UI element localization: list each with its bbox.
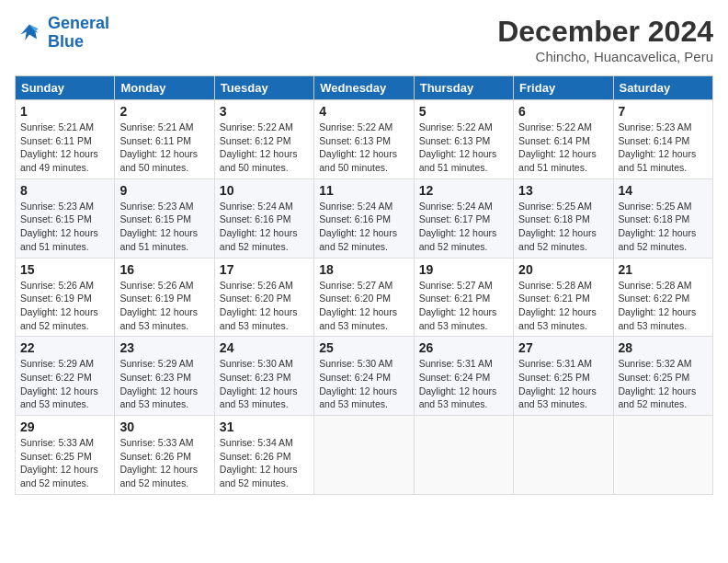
- calendar-cell: 18Sunrise: 5:27 AM Sunset: 6:20 PM Dayli…: [314, 258, 414, 337]
- day-number: 17: [220, 262, 309, 277]
- weekday-header-sunday: Sunday: [16, 76, 115, 100]
- calendar-cell: 30Sunrise: 5:33 AM Sunset: 6:26 PM Dayli…: [115, 416, 214, 495]
- calendar-cell: 19Sunrise: 5:27 AM Sunset: 6:21 PM Dayli…: [414, 258, 513, 337]
- day-info: Sunrise: 5:27 AM Sunset: 6:21 PM Dayligh…: [419, 279, 508, 333]
- day-number: 30: [119, 419, 209, 434]
- day-info: Sunrise: 5:23 AM Sunset: 6:14 PM Dayligh…: [619, 121, 708, 175]
- calendar-cell: 4Sunrise: 5:22 AM Sunset: 6:13 PM Daylig…: [314, 100, 414, 179]
- day-number: 4: [319, 104, 408, 119]
- calendar-cell: 23Sunrise: 5:29 AM Sunset: 6:23 PM Dayli…: [115, 337, 214, 416]
- day-number: 1: [20, 104, 109, 119]
- day-info: Sunrise: 5:29 AM Sunset: 6:22 PM Dayligh…: [20, 357, 109, 411]
- day-number: 31: [220, 419, 309, 434]
- day-number: 25: [319, 340, 408, 355]
- title-block: December 2024 Chincho, Huancavelica, Per…: [497, 15, 713, 64]
- calendar-cell: [514, 416, 613, 495]
- day-number: 23: [119, 340, 209, 355]
- calendar-cell: [613, 416, 712, 495]
- logo: General Blue: [15, 15, 109, 52]
- day-info: Sunrise: 5:22 AM Sunset: 6:13 PM Dayligh…: [319, 121, 408, 175]
- day-info: Sunrise: 5:30 AM Sunset: 6:23 PM Dayligh…: [220, 357, 309, 411]
- day-number: 6: [518, 104, 608, 119]
- day-number: 10: [220, 183, 309, 198]
- day-number: 5: [419, 104, 508, 119]
- day-info: Sunrise: 5:25 AM Sunset: 6:18 PM Dayligh…: [518, 200, 608, 254]
- day-info: Sunrise: 5:23 AM Sunset: 6:15 PM Dayligh…: [119, 200, 209, 254]
- day-info: Sunrise: 5:25 AM Sunset: 6:18 PM Dayligh…: [619, 200, 708, 254]
- weekday-header-thursday: Thursday: [414, 76, 513, 100]
- calendar-cell: 17Sunrise: 5:26 AM Sunset: 6:20 PM Dayli…: [214, 258, 313, 337]
- main-title: December 2024: [497, 15, 713, 49]
- day-number: 27: [518, 340, 608, 355]
- day-info: Sunrise: 5:24 AM Sunset: 6:16 PM Dayligh…: [319, 200, 408, 254]
- day-info: Sunrise: 5:22 AM Sunset: 6:13 PM Dayligh…: [419, 121, 508, 175]
- calendar-cell: 5Sunrise: 5:22 AM Sunset: 6:13 PM Daylig…: [414, 100, 513, 179]
- calendar-week-row: 22Sunrise: 5:29 AM Sunset: 6:22 PM Dayli…: [16, 337, 713, 416]
- calendar-cell: 12Sunrise: 5:24 AM Sunset: 6:17 PM Dayli…: [414, 178, 513, 258]
- day-info: Sunrise: 5:23 AM Sunset: 6:15 PM Dayligh…: [20, 200, 109, 254]
- day-info: Sunrise: 5:32 AM Sunset: 6:25 PM Dayligh…: [619, 357, 708, 411]
- day-number: 3: [220, 104, 309, 119]
- day-info: Sunrise: 5:33 AM Sunset: 6:26 PM Dayligh…: [119, 436, 209, 490]
- day-number: 8: [20, 183, 109, 198]
- logo-line1: General: [48, 14, 109, 32]
- calendar-cell: 7Sunrise: 5:23 AM Sunset: 6:14 PM Daylig…: [613, 100, 712, 179]
- day-info: Sunrise: 5:31 AM Sunset: 6:24 PM Dayligh…: [419, 357, 508, 411]
- weekday-header-wednesday: Wednesday: [314, 76, 414, 100]
- svg-marker-0: [20, 24, 38, 40]
- calendar-cell: 1Sunrise: 5:21 AM Sunset: 6:11 PM Daylig…: [16, 100, 115, 179]
- day-number: 26: [419, 340, 508, 355]
- day-number: 2: [119, 104, 209, 119]
- calendar-week-row: 29Sunrise: 5:33 AM Sunset: 6:25 PM Dayli…: [16, 416, 713, 495]
- calendar-cell: 11Sunrise: 5:24 AM Sunset: 6:16 PM Dayli…: [314, 178, 414, 258]
- day-number: 18: [319, 262, 408, 277]
- calendar-cell: 6Sunrise: 5:22 AM Sunset: 6:14 PM Daylig…: [514, 100, 613, 179]
- calendar-cell: 15Sunrise: 5:26 AM Sunset: 6:19 PM Dayli…: [16, 258, 115, 337]
- calendar-cell: 20Sunrise: 5:28 AM Sunset: 6:21 PM Dayli…: [514, 258, 613, 337]
- calendar-cell: 26Sunrise: 5:31 AM Sunset: 6:24 PM Dayli…: [414, 337, 513, 416]
- day-info: Sunrise: 5:31 AM Sunset: 6:25 PM Dayligh…: [518, 357, 608, 411]
- calendar-cell: 8Sunrise: 5:23 AM Sunset: 6:15 PM Daylig…: [16, 178, 115, 258]
- day-info: Sunrise: 5:28 AM Sunset: 6:21 PM Dayligh…: [518, 279, 608, 333]
- calendar-cell: 14Sunrise: 5:25 AM Sunset: 6:18 PM Dayli…: [613, 178, 712, 258]
- day-info: Sunrise: 5:26 AM Sunset: 6:20 PM Dayligh…: [220, 279, 309, 333]
- calendar-week-row: 1Sunrise: 5:21 AM Sunset: 6:11 PM Daylig…: [16, 100, 713, 179]
- calendar-cell: 3Sunrise: 5:22 AM Sunset: 6:12 PM Daylig…: [214, 100, 313, 179]
- calendar-cell: 31Sunrise: 5:34 AM Sunset: 6:26 PM Dayli…: [214, 416, 313, 495]
- calendar-cell: 9Sunrise: 5:23 AM Sunset: 6:15 PM Daylig…: [115, 178, 214, 258]
- logo-text: General Blue: [48, 15, 109, 52]
- day-info: Sunrise: 5:34 AM Sunset: 6:26 PM Dayligh…: [220, 436, 309, 490]
- day-number: 11: [319, 183, 408, 198]
- calendar-cell: 24Sunrise: 5:30 AM Sunset: 6:23 PM Dayli…: [214, 337, 313, 416]
- day-number: 15: [20, 262, 109, 277]
- day-info: Sunrise: 5:26 AM Sunset: 6:19 PM Dayligh…: [119, 279, 209, 333]
- day-info: Sunrise: 5:22 AM Sunset: 6:14 PM Dayligh…: [518, 121, 608, 175]
- day-number: 9: [119, 183, 209, 198]
- day-info: Sunrise: 5:21 AM Sunset: 6:11 PM Dayligh…: [119, 121, 209, 175]
- calendar-header-row: SundayMondayTuesdayWednesdayThursdayFrid…: [16, 76, 713, 100]
- day-number: 22: [20, 340, 109, 355]
- day-number: 19: [419, 262, 508, 277]
- calendar-cell: [414, 416, 513, 495]
- weekday-header-monday: Monday: [115, 76, 214, 100]
- day-info: Sunrise: 5:33 AM Sunset: 6:25 PM Dayligh…: [20, 436, 109, 490]
- subtitle: Chincho, Huancavelica, Peru: [497, 49, 713, 64]
- logo-bird-icon: [15, 18, 44, 48]
- calendar-week-row: 15Sunrise: 5:26 AM Sunset: 6:19 PM Dayli…: [16, 258, 713, 337]
- day-info: Sunrise: 5:29 AM Sunset: 6:23 PM Dayligh…: [119, 357, 209, 411]
- calendar-table: SundayMondayTuesdayWednesdayThursdayFrid…: [15, 75, 713, 495]
- day-number: 13: [518, 183, 608, 198]
- logo-line2: Blue: [48, 32, 84, 51]
- day-info: Sunrise: 5:26 AM Sunset: 6:19 PM Dayligh…: [20, 279, 109, 333]
- page-header: General Blue December 2024 Chincho, Huan…: [15, 15, 713, 64]
- day-number: 21: [619, 262, 708, 277]
- day-number: 12: [419, 183, 508, 198]
- day-number: 20: [518, 262, 608, 277]
- day-number: 24: [220, 340, 309, 355]
- weekday-header-friday: Friday: [514, 76, 613, 100]
- calendar-cell: 21Sunrise: 5:28 AM Sunset: 6:22 PM Dayli…: [613, 258, 712, 337]
- calendar-cell: 25Sunrise: 5:30 AM Sunset: 6:24 PM Dayli…: [314, 337, 414, 416]
- calendar-cell: 13Sunrise: 5:25 AM Sunset: 6:18 PM Dayli…: [514, 178, 613, 258]
- day-info: Sunrise: 5:30 AM Sunset: 6:24 PM Dayligh…: [319, 357, 408, 411]
- day-number: 28: [619, 340, 708, 355]
